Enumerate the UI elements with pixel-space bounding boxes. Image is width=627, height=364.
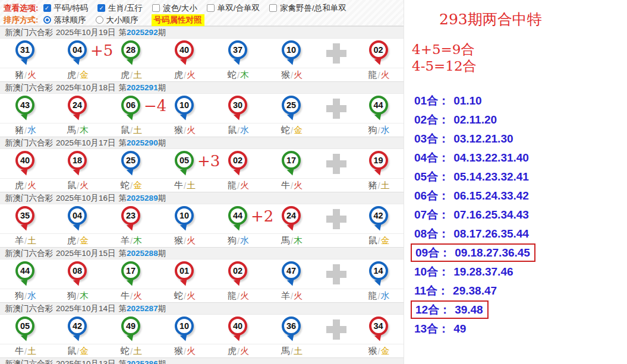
plus-icon [326, 319, 346, 340]
draw-date: 2025年10月18日 [56, 83, 116, 93]
he-list-item: 11合：29.38.47 [411, 281, 627, 300]
checkbox-icon[interactable]: ✓ [97, 4, 105, 12]
ball-number: 10 [179, 211, 189, 220]
ball-tail-icon [21, 279, 29, 287]
lottery-ball: 40 [228, 316, 248, 343]
app-window: 查看选项: ✓ 平码/特码 ✓ 生肖/五行 波色/大小 单双/合单双 家禽野兽/… [0, 0, 627, 364]
radio-icon[interactable] [96, 16, 103, 24]
plus-cell [319, 206, 354, 233]
ball-number: 40 [179, 45, 189, 55]
he-list-item: 07合：07.16.25.34.43 [411, 205, 627, 224]
zodiac-cell: 羊 / 火 [265, 290, 319, 302]
ball-cell: 04 +5 [51, 40, 105, 68]
element-label: 火 [294, 180, 303, 191]
panel-title: 293期两合中特 [439, 10, 627, 29]
zodiac-label: 鼠 [67, 180, 76, 191]
ball-number: 44 [20, 266, 30, 276]
he-inner: 06合：06.15.24.33.42 [411, 188, 533, 204]
checkbox-option[interactable]: 家禽野兽/总和单双 [269, 3, 346, 14]
zodiac-cell: 狗 / 水 [0, 290, 51, 302]
plus-icon [326, 43, 346, 64]
ball-number: 36 [286, 321, 296, 331]
view-options-label: 查看选项: [4, 3, 39, 14]
lottery-ball: 44 [228, 206, 248, 232]
zodiac-label: 猴 [174, 346, 183, 357]
slash: / [77, 236, 79, 246]
lottery-ball: 23 [121, 206, 141, 232]
element-label: 金 [80, 69, 89, 81]
he-list: 01合：01.10 02合：02.11.20 03合：03.12.21.30 0… [405, 91, 627, 338]
element-label: 火 [187, 290, 196, 302]
zodiac-label: 鼠 [368, 235, 377, 246]
zodiac-label: 蛇 [121, 346, 130, 357]
ball-cell: 23 [105, 206, 158, 233]
slash: / [24, 125, 27, 135]
slash: / [377, 181, 380, 191]
slash: / [291, 181, 293, 191]
checkbox-icon[interactable] [207, 4, 215, 12]
slash: / [377, 346, 380, 356]
zodiac-row: 狗 / 水 狗 / 木 牛 / 火 蛇 / 火 龍 / 火 羊 / 火 龍 / … [0, 289, 404, 302]
zodiac-cell: 豬 / 土 [354, 180, 404, 191]
he-numbers: 05.14.23.32.41 [453, 170, 529, 183]
he-colon: ： [438, 113, 449, 126]
ball-tail-icon [374, 334, 382, 343]
ball-number: 05 [20, 321, 30, 331]
ball-cell: 37 [212, 40, 265, 68]
checkbox-icon[interactable] [152, 4, 160, 12]
he-label: 05合 [414, 170, 438, 183]
plus-icon [326, 154, 346, 174]
he-label: 01合 [414, 94, 438, 107]
period-suffix: 期 [158, 303, 166, 314]
ball-circle: 14 [369, 261, 388, 280]
attribute-compare-button[interactable]: 号码属性对照 [152, 14, 204, 26]
ball-circle: 08 [68, 261, 87, 280]
lottery-ball: 17 [121, 261, 141, 287]
ball-circle: 10 [282, 40, 301, 59]
zodiac-label: 虎 [67, 235, 76, 246]
he-inner: 11合：29.38.47 [411, 283, 501, 299]
draw-header: 新澳门六合彩 2025年10月15日 第 2025288 期 [0, 247, 404, 259]
zodiac-cell: 猴 / 金 [354, 346, 404, 357]
ball-number: 18 [73, 156, 82, 165]
ball-circle: 06 [121, 96, 140, 115]
he-label: 06合 [414, 189, 438, 202]
checkbox-icon[interactable] [269, 4, 277, 12]
period-suffix: 期 [158, 193, 166, 204]
checkbox-icon[interactable]: ✓ [43, 4, 51, 12]
slash: / [130, 236, 133, 246]
zodiac-label: 龍 [228, 290, 237, 302]
ball-circle: 43 [15, 96, 34, 115]
checkbox-option[interactable]: 波色/大小 [152, 3, 197, 14]
checkbox-option[interactable]: ✓ 平码/特码 [43, 3, 89, 14]
option-label: 平码/特码 [54, 3, 89, 14]
element-label: 火 [381, 69, 390, 81]
lottery-ball: 02 [228, 261, 248, 287]
slash: / [377, 236, 380, 246]
zodiac-cell: 鼠 / 金 [354, 235, 404, 246]
checkbox-option[interactable]: ✓ 生肖/五行 [97, 3, 143, 14]
he-numbers: 29.38.47 [453, 284, 497, 297]
zodiac-cell: 猴 / 火 [158, 346, 212, 357]
checkbox-option[interactable]: 单双/合单双 [207, 3, 260, 14]
radio-icon[interactable] [43, 16, 51, 24]
ball-cell: 02 [212, 261, 265, 289]
ball-number: 23 [126, 211, 136, 220]
formula-line: 4-5=12合 [412, 58, 627, 74]
he-colon: ： [438, 170, 449, 183]
element-label: 火 [27, 180, 36, 191]
radio-option[interactable]: 大小顺序 [96, 15, 138, 26]
draw-header: 新澳门六合彩 2025年10月16日 第 2025289 期 [0, 192, 404, 204]
ball-circle: 40 [15, 151, 34, 170]
radio-option[interactable]: 落球顺序 [43, 15, 86, 26]
period-suffix: 期 [158, 248, 166, 259]
zodiac-cell: 蛇 / 金 [265, 125, 319, 136]
draw-date: 2025年10月17日 [56, 138, 116, 148]
slash: / [24, 291, 27, 301]
zodiac-label: 虎 [174, 69, 183, 81]
zodiac-cell: 虎 / 金 [51, 69, 105, 81]
slash: / [291, 125, 293, 135]
ball-cell: 10 [158, 206, 212, 233]
element-label: 金 [80, 346, 89, 357]
zodiac-label: 豬 [15, 69, 24, 81]
